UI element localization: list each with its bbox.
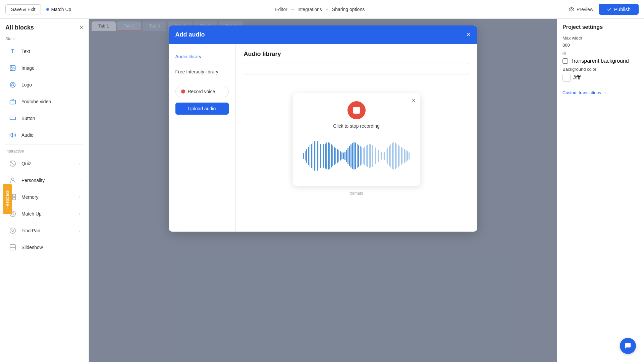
formats-hint: formats bbox=[244, 191, 469, 196]
record-btn-label: Record voice bbox=[188, 89, 215, 94]
modal-tab-audio-library[interactable]: Audio library bbox=[169, 51, 235, 63]
nav-editor-step[interactable]: Editor bbox=[275, 7, 287, 12]
nav-match-up: Match Up bbox=[46, 7, 71, 12]
sidebar-item-audio[interactable]: Audio bbox=[3, 127, 86, 143]
record-voice-button[interactable]: Record voice bbox=[175, 86, 229, 97]
sidebar-findpair-label: Find Pair bbox=[21, 228, 75, 233]
sidebar-item-youtube[interactable]: Youtube video bbox=[3, 94, 86, 110]
svg-point-18 bbox=[12, 230, 14, 232]
audio-search-input[interactable] bbox=[244, 63, 469, 74]
findpair-arrow: › bbox=[79, 228, 80, 233]
sidebar-static-label: Static bbox=[0, 34, 89, 43]
modal-tab-divider bbox=[175, 64, 229, 64]
svg-point-15 bbox=[11, 213, 14, 215]
sidebar-item-quiz[interactable]: Quiz › bbox=[3, 156, 86, 172]
svg-point-3 bbox=[12, 84, 14, 86]
recording-stop-text: Click to stop recording bbox=[301, 123, 412, 129]
feedback-tab[interactable]: Feedback bbox=[3, 184, 12, 214]
nav-project-name: Match Up bbox=[51, 7, 71, 12]
max-width-value: 800 bbox=[562, 43, 639, 48]
nav-right: Preview Publish bbox=[569, 4, 639, 15]
personality-icon bbox=[8, 176, 17, 185]
sidebar-item-image[interactable]: Image bbox=[3, 60, 86, 76]
sidebar-matchup-label: Match Up bbox=[21, 211, 75, 217]
svg-rect-6 bbox=[10, 117, 16, 120]
sidebar-item-button[interactable]: Button bbox=[3, 110, 86, 126]
modal-close-button[interactable]: × bbox=[467, 31, 471, 39]
sidebar-logo-label: Logo bbox=[21, 82, 80, 87]
slideshow-icon bbox=[8, 243, 17, 252]
preview-button[interactable]: Preview bbox=[569, 6, 593, 12]
publish-label: Publish bbox=[614, 6, 631, 12]
transparent-bg-checkbox[interactable] bbox=[562, 58, 568, 64]
sidebar-item-findpair[interactable]: Find Pair › bbox=[3, 223, 86, 239]
dots-icon bbox=[562, 52, 566, 55]
bg-color-swatch[interactable] bbox=[562, 74, 571, 82]
sidebar-item-text[interactable]: T Text bbox=[3, 43, 86, 59]
svg-rect-14 bbox=[13, 197, 15, 200]
svg-rect-5 bbox=[10, 100, 16, 104]
publish-button[interactable]: Publish bbox=[599, 4, 639, 15]
sidebar-interactive-label: Interactive bbox=[0, 146, 89, 155]
image-icon bbox=[8, 63, 17, 73]
sidebar-item-personality[interactable]: Personality › bbox=[3, 172, 86, 188]
sidebar-personality-label: Personality bbox=[21, 178, 75, 183]
waveform-display bbox=[301, 134, 412, 178]
modal-overlay: Add audio × Audio library Free Interacty… bbox=[89, 19, 557, 362]
modal-tab-free-library[interactable]: Free Interacty library bbox=[169, 66, 235, 78]
memory-arrow: › bbox=[79, 195, 80, 199]
text-icon: T bbox=[8, 47, 17, 56]
stop-recording-button[interactable] bbox=[347, 101, 366, 119]
nav-status-dot bbox=[46, 8, 49, 11]
audio-icon bbox=[8, 130, 17, 140]
nav-arrow-2: → bbox=[325, 7, 329, 12]
chat-icon bbox=[624, 342, 632, 350]
top-nav: Save & Exit Match Up Editor → Integratio… bbox=[0, 0, 644, 19]
stop-icon bbox=[353, 107, 360, 114]
modal-title: Add audio bbox=[175, 31, 205, 38]
svg-marker-7 bbox=[10, 133, 13, 137]
quiz-arrow: › bbox=[79, 161, 80, 166]
chat-bubble-button[interactable] bbox=[620, 338, 636, 354]
sidebar-button-label: Button bbox=[21, 116, 80, 121]
right-sidebar-title: Project settings bbox=[562, 24, 639, 30]
modal-body: Audio library Free Interacty library Rec… bbox=[169, 44, 477, 232]
nav-steps: Editor → Integrations → Sharing options bbox=[275, 7, 365, 12]
nav-integrations-step[interactable]: Integrations bbox=[298, 7, 322, 12]
findpair-icon bbox=[8, 226, 17, 235]
max-width-label: Max width bbox=[562, 36, 639, 41]
svg-point-10 bbox=[11, 178, 14, 180]
sidebar-item-slideshow[interactable]: Slideshow › bbox=[3, 239, 86, 255]
bg-color-value: #fff bbox=[573, 75, 581, 81]
modal-header: Add audio × bbox=[169, 25, 477, 44]
sidebar-item-logo[interactable]: Logo bbox=[3, 77, 86, 93]
sidebar-memory-label: Memory bbox=[21, 194, 75, 200]
custom-translations-link[interactable]: Custom translations → bbox=[562, 90, 639, 95]
svg-point-2 bbox=[11, 67, 12, 68]
recording-dialog-container: × Click to stop recording bbox=[244, 80, 469, 186]
sidebar-close-button[interactable]: × bbox=[79, 24, 83, 31]
sidebar-quiz-label: Quiz bbox=[21, 161, 75, 166]
save-exit-button[interactable]: Save & Exit bbox=[5, 4, 41, 14]
sidebar-slideshow-label: Slideshow bbox=[21, 245, 75, 250]
svg-point-0 bbox=[571, 8, 573, 10]
recording-dialog-close[interactable]: × bbox=[412, 97, 416, 104]
spacer bbox=[169, 100, 235, 103]
button-icon bbox=[8, 114, 17, 123]
preview-label: Preview bbox=[577, 7, 593, 12]
modal-right-panel: Audio library × Click to stop recording bbox=[236, 44, 477, 232]
transparent-bg-label: Transparent background bbox=[571, 58, 629, 64]
modal-left-panel: Audio library Free Interacty library Rec… bbox=[169, 44, 236, 232]
sidebar-title: All blocks bbox=[5, 24, 34, 31]
sidebar-item-memory[interactable]: Memory › bbox=[3, 189, 86, 205]
sidebar-header: All blocks × bbox=[0, 19, 89, 34]
bg-color-label: Background color bbox=[562, 67, 639, 72]
nav-sharing-step[interactable]: Sharing options bbox=[332, 7, 365, 12]
upload-audio-button[interactable]: Upload audio bbox=[175, 103, 229, 115]
sidebar-item-matchup[interactable]: Match Up › bbox=[3, 206, 86, 222]
sidebar-image-label: Image bbox=[21, 65, 80, 71]
record-icon bbox=[181, 89, 185, 94]
slideshow-arrow: › bbox=[79, 245, 80, 250]
sidebar-text-label: Text bbox=[21, 49, 80, 54]
svg-point-17 bbox=[10, 228, 16, 234]
